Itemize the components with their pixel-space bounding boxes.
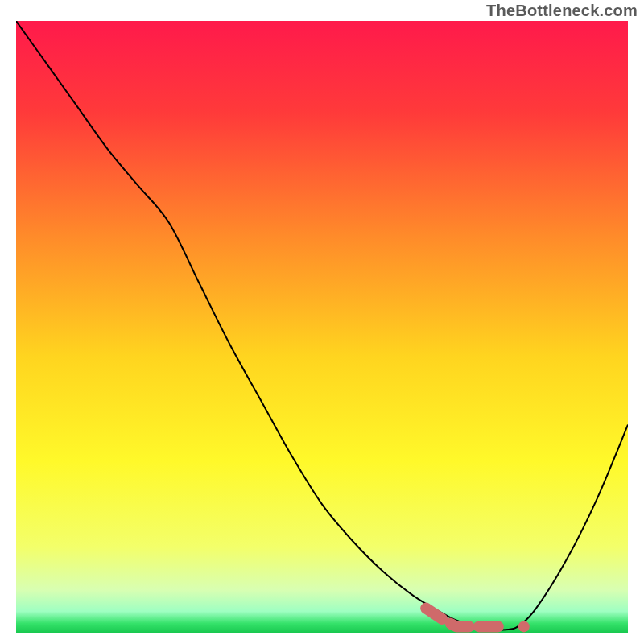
optimal-point-dot [518,621,530,632]
chart-container: TheBottleneck.com [0,0,644,644]
chart-svg [16,21,628,633]
watermark-label: TheBottleneck.com [486,2,638,20]
plot-area [16,21,628,633]
gradient-background [16,21,628,633]
